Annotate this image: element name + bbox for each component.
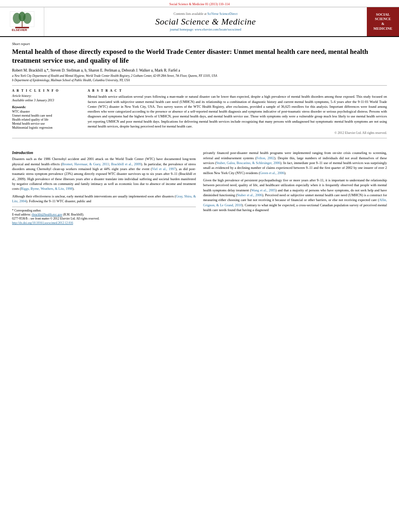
authors-line: Robert M. Brackbill a,*, Steven D. Stell… xyxy=(12,68,387,72)
keyword-1: WTC disaster xyxy=(12,110,80,113)
journal-ref: Social Science & Medicine 81 (2013) 110–… xyxy=(169,2,230,6)
svg-text:ELSEVIER: ELSEVIER xyxy=(12,28,27,32)
sciverse-line: Contents lists available at SciVerse Sci… xyxy=(174,12,238,16)
footnote-corresponding: * Corresponding author. xyxy=(12,209,196,212)
main-content: Short report Mental health of those dire… xyxy=(0,37,399,146)
available-online: Available online 3 January 2013 xyxy=(12,99,80,102)
divider-1 xyxy=(12,85,387,86)
journal-title: Social Science & Medicine xyxy=(155,16,256,27)
right-para-2: Given the high prevalence of persistent … xyxy=(203,178,387,212)
article-title: Mental health of those directly exposed … xyxy=(12,47,387,65)
intro-heading: Introduction xyxy=(12,150,196,155)
body-two-col: Introduction Disasters such as the 1986 … xyxy=(12,150,387,225)
ref-stuber-2006b[interactable]: Stuber et al., 2006 xyxy=(237,193,262,197)
keywords-label: Keywords: xyxy=(12,105,80,109)
ref-felton[interactable]: Felton, 2002 xyxy=(256,156,274,160)
svg-point-3 xyxy=(23,13,31,24)
ref-bromet[interactable]: Bromet, Havenaar, & Guey, 2011 xyxy=(62,162,109,166)
intro-para-1: Disasters such as the 1986 Chernobyl acc… xyxy=(12,156,196,191)
affiliation-b: b Department of Epidemiology, Mailman Sc… xyxy=(12,78,387,82)
footnote-doi[interactable]: http://dx.doi.org/10.1016/j.socscimed.20… xyxy=(12,221,196,225)
journal-header-center: Contents lists available at SciVerse Sci… xyxy=(44,7,367,36)
abstract-col: A B S T R A C T Mental health service ut… xyxy=(88,89,387,135)
ref-green[interactable]: Green et al., 2006 xyxy=(260,171,284,175)
article-type-label: Short report xyxy=(12,42,387,46)
keyword-4: Mental health service use xyxy=(12,122,80,125)
copyright-line: © 2012 Elsevier Ltd. All rights reserved… xyxy=(88,131,387,135)
body-col-right: privately financed post-disaster mental … xyxy=(203,150,387,225)
footnote-area: * Corresponding author. E-mail address: … xyxy=(12,207,196,225)
divider-2 xyxy=(12,138,387,138)
keyword-2: Unmet mental health care need xyxy=(12,114,80,117)
affiliation-a: a New York City Department of Health and… xyxy=(12,74,387,78)
journal-badge: SOCIAL SCIENCE & MEDICINE xyxy=(367,7,399,36)
ref-gray[interactable]: Gray, Shira, & Litz, 2004 xyxy=(12,194,196,203)
ref-stuber-2006[interactable]: Stuber, Galea, Boscarino, & Schlesinger,… xyxy=(216,161,280,165)
ref-riggs[interactable]: Riggs, Byrne, Weathers, & Litz, 1998 xyxy=(21,187,72,191)
sciverse-link[interactable]: SciVerse ScienceDirect xyxy=(208,12,238,16)
ref-viel[interactable]: Viel et al., 1997 xyxy=(152,167,175,171)
history-label: Article history: xyxy=(12,94,80,98)
journal-header: ELSEVIER Contents lists available at Sci… xyxy=(0,7,399,37)
body-col-left: Introduction Disasters such as the 1986 … xyxy=(12,150,196,225)
article-info-abstract-row: A R T I C L E I N F O Article history: A… xyxy=(12,89,387,135)
ref-brackbill-2009[interactable]: Brackbill et al., 2009 xyxy=(111,162,141,166)
page: Social Science & Medicine 81 (2013) 110–… xyxy=(0,0,399,532)
journal-homepage: journal homepage: www.elsevier.com/locat… xyxy=(170,28,241,31)
keywords-section: Keywords: WTC disaster Unmet mental heal… xyxy=(12,105,80,129)
article-info-col: A R T I C L E I N F O Article history: A… xyxy=(12,89,80,135)
ref-allin[interactable]: Allin, Grignon, & Le Grand, 2010 xyxy=(203,198,387,207)
elsevier-logo-svg: ELSEVIER xyxy=(6,10,38,34)
top-header: Social Science & Medicine 81 (2013) 110–… xyxy=(0,0,399,7)
right-para-1: privately financed post-disaster mental … xyxy=(203,150,387,175)
abstract-text: Mental health service utilization severa… xyxy=(88,94,387,129)
article-history: Article history: Available online 3 Janu… xyxy=(12,94,80,102)
footnote-email: E-mail address: rbrackbi@health.nyc.gov … xyxy=(12,213,196,216)
email-link[interactable]: rbrackbi@health.nyc.gov xyxy=(32,213,62,216)
footnote-issn: 0277-9536/$ – see front matter © 2012 El… xyxy=(12,217,196,220)
article-info-label: A R T I C L E I N F O xyxy=(12,89,80,92)
elsevier-logo-area: ELSEVIER xyxy=(0,7,44,36)
body-content: Introduction Disasters such as the 1986 … xyxy=(0,146,399,229)
ref-wang[interactable]: Wang et al., 2005 xyxy=(251,188,276,192)
keyword-3: Health related quality of life xyxy=(12,118,80,121)
keyword-5: Multinomial logistic regression xyxy=(12,126,80,129)
intro-para-2: Although their effectiveness is unclear,… xyxy=(12,194,196,204)
abstract-label: A B S T R A C T xyxy=(88,89,387,92)
